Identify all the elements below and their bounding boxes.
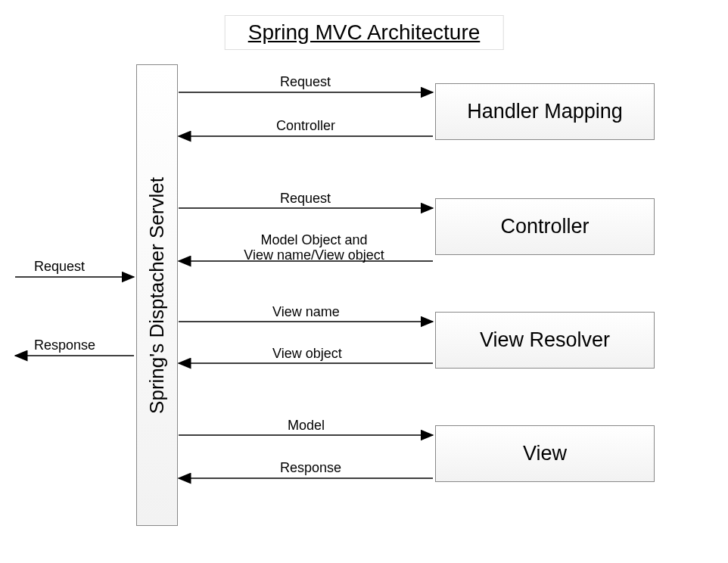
ctrl-model-line2: View name/View object (244, 247, 384, 263)
ctrl-request-label: Request (280, 191, 331, 207)
dispatcher-servlet-label: Spring's Disptacher Servlet (145, 177, 169, 414)
controller-box: Controller (435, 198, 655, 255)
dispatcher-servlet-box: Spring's Disptacher Servlet (136, 64, 178, 526)
ctrl-model-line1: Model Object and (260, 232, 367, 247)
hm-controller-label: Controller (276, 118, 335, 134)
view-response-label: Response (280, 460, 341, 476)
view-box: View (435, 425, 655, 482)
ctrl-model-label: Model Object and View name/View object (238, 233, 390, 263)
vr-object-label: View object (272, 346, 342, 362)
hm-request-label: Request (280, 74, 331, 90)
view-model-label: Model (288, 418, 325, 434)
diagram-title: Spring MVC Architecture (225, 15, 504, 50)
view-resolver-box: View Resolver (435, 312, 655, 369)
handler-mapping-box: Handler Mapping (435, 83, 655, 140)
vr-name-label: View name (272, 304, 340, 320)
external-request-label: Request (34, 259, 85, 275)
external-response-label: Response (34, 337, 95, 353)
